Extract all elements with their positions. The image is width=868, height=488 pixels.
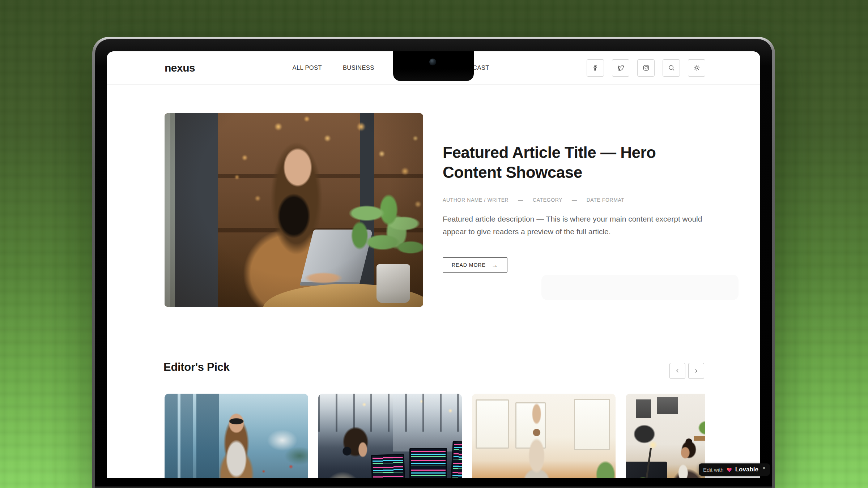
facebook-icon [592, 64, 599, 72]
nav-item-business[interactable]: BUSINESS [343, 64, 374, 71]
read-more-button[interactable]: READ MORE → [443, 257, 507, 273]
hero-art-vignette [165, 113, 423, 307]
card-art-monitor [371, 454, 406, 478]
laptop-notch [393, 51, 474, 81]
editors-pick-heading: Editor's Pick [163, 361, 230, 374]
featured-article-description: Featured article description — This is w… [443, 213, 707, 238]
card-art-window [476, 399, 509, 449]
twitter-button[interactable] [612, 59, 629, 77]
arrow-right-icon: → [492, 261, 498, 269]
theme-toggle-button[interactable] [688, 59, 705, 77]
carousel-next-button[interactable] [688, 363, 704, 379]
meta-separator: — [518, 197, 523, 203]
webcam-dot [429, 59, 436, 65]
carousel-nav [669, 363, 704, 379]
badge-brand-label: Lovable [735, 466, 758, 473]
main-nav: ALL POST BUSINESS TECHNOLOGY PODCAST [195, 64, 587, 71]
search-icon [668, 64, 675, 72]
badge-prefix-label: Edit with [703, 467, 724, 473]
featured-article-content: Featured Article Title — Hero Content Sh… [443, 142, 705, 273]
editors-pick-card[interactable] [165, 394, 308, 478]
editors-pick-card[interactable] [472, 394, 616, 478]
header-actions [587, 59, 705, 77]
editors-pick-carousel [165, 394, 705, 478]
read-more-label: READ MORE [452, 262, 486, 268]
card-art-screen-panel [626, 462, 667, 478]
site-viewport: nexus ALL POST BUSINESS TECHNOLOGY PODCA… [107, 51, 760, 478]
card-art-window [574, 399, 610, 450]
carousel-prev-button[interactable] [669, 363, 685, 379]
nav-item-all-post[interactable]: ALL POST [293, 64, 322, 71]
editors-pick-card[interactable] [318, 394, 462, 478]
search-button[interactable] [663, 59, 680, 77]
screenshot-root: { "brand": { "name": "nexus" }, "nav": {… [0, 0, 868, 488]
instagram-icon [642, 64, 650, 72]
meta-category: CATEGORY [533, 197, 562, 203]
close-icon[interactable]: × [762, 465, 766, 471]
card-art-lamp-stand [643, 448, 652, 478]
site-logo[interactable]: nexus [165, 62, 195, 74]
instagram-button[interactable] [637, 59, 655, 77]
featured-article-meta: AUTHOR NAME / WRITER — CATEGORY — DATE F… [443, 197, 705, 203]
card-art-window [515, 402, 546, 449]
ghost-placeholder [541, 275, 739, 300]
twitter-icon [617, 64, 625, 72]
featured-article-title: Featured Article Title — Hero Content Sh… [443, 142, 667, 182]
chevron-left-icon [675, 368, 680, 374]
heart-icon [726, 466, 733, 473]
meta-author: AUTHOR NAME / WRITER [443, 197, 509, 203]
laptop-bezel: nexus ALL POST BUSINESS TECHNOLOGY PODCA… [95, 39, 772, 488]
facebook-button[interactable] [587, 59, 604, 77]
meta-date: DATE FORMAT [587, 197, 625, 203]
laptop-frame: nexus ALL POST BUSINESS TECHNOLOGY PODCA… [92, 37, 775, 488]
chevron-right-icon [693, 368, 699, 374]
card-art-monitor [409, 448, 447, 478]
card-art-monitor [448, 441, 462, 478]
editors-pick-card[interactable] [626, 394, 705, 478]
card-art-shelf [694, 436, 705, 441]
meta-separator: — [572, 197, 577, 203]
lovable-badge[interactable]: Edit with Lovable × [699, 463, 770, 476]
featured-article-image[interactable] [165, 113, 423, 307]
sun-icon [693, 64, 701, 72]
